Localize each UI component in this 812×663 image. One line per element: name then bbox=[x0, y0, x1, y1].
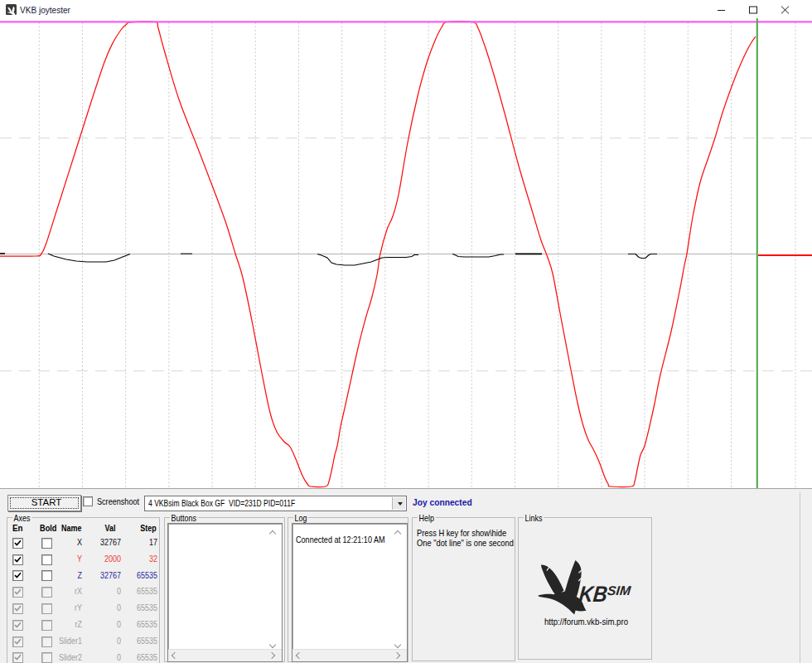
svg-text:KB: KB bbox=[578, 581, 608, 607]
svg-text:SIM: SIM bbox=[607, 584, 632, 598]
